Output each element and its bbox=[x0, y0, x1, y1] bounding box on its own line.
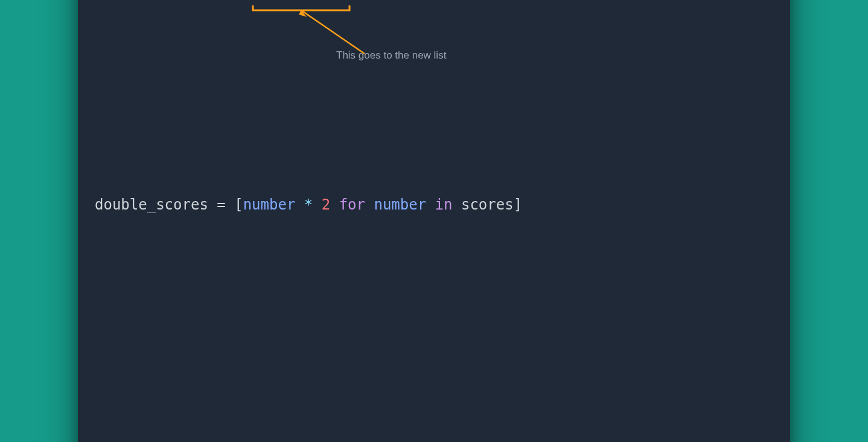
code-window: scores = [6, 3, 8, 9, 34, 11, 18] double… bbox=[78, 0, 790, 442]
token-space bbox=[426, 196, 435, 213]
token-variable: scores bbox=[461, 196, 514, 213]
token-identifier: number bbox=[374, 196, 426, 213]
blank-line bbox=[95, 129, 773, 150]
token-space bbox=[365, 196, 374, 213]
token-space bbox=[330, 196, 339, 213]
token-variable: double_scores bbox=[95, 196, 208, 213]
token-space bbox=[453, 196, 461, 213]
token-operator: * bbox=[295, 196, 321, 213]
blank-line bbox=[95, 259, 773, 281]
annotation-label: This goes to the new list bbox=[336, 50, 446, 62]
blank-line bbox=[95, 0, 773, 20]
token-bracket: ] bbox=[514, 196, 522, 213]
token-bracket: [ bbox=[234, 196, 243, 213]
token-identifier: number bbox=[243, 196, 296, 213]
token-keyword: in bbox=[435, 196, 453, 213]
blank-line bbox=[95, 63, 773, 85]
blank-line bbox=[95, 389, 773, 411]
token-keyword: for bbox=[339, 196, 365, 213]
blank-line bbox=[95, 324, 773, 346]
token-assign: = bbox=[208, 196, 234, 213]
token-number: 2 bbox=[322, 196, 330, 213]
code-block: scores = [6, 3, 8, 9, 34, 11, 18] double… bbox=[95, 0, 773, 442]
code-line-2: double_scores = [number * 2 for number i… bbox=[95, 194, 773, 216]
